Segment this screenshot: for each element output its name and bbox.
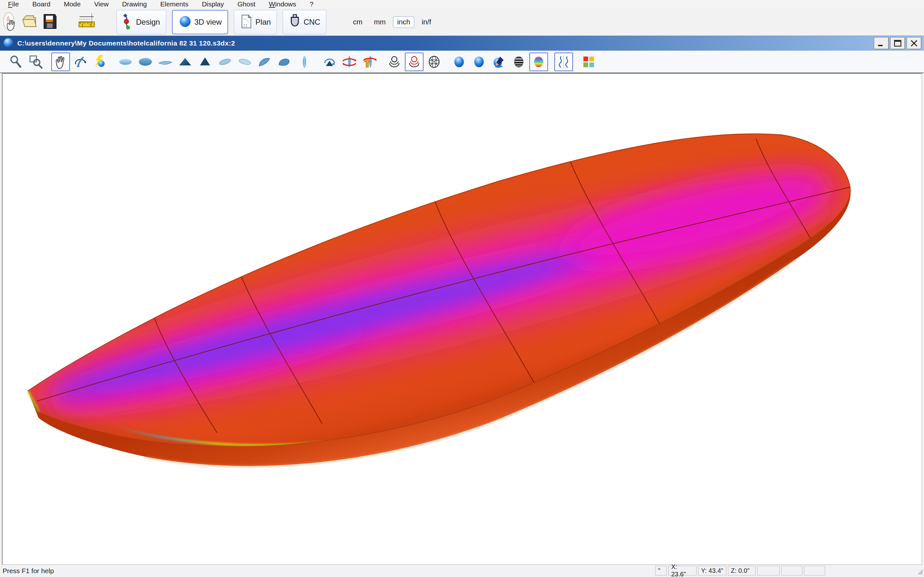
statusbar: Press F1 for help " X: 23.6" Y: 43.4" Z:…	[0, 565, 924, 577]
unit-inf-button[interactable]: in/f	[417, 16, 435, 28]
rotate-3d-button[interactable]	[71, 53, 90, 71]
rotate-flip-vertical-button[interactable]	[320, 53, 339, 71]
plan-mode-button[interactable]: Plan	[234, 10, 277, 34]
status-empty-panel	[804, 566, 825, 575]
document-titlebar: C:\users\dennery\My Documents\hotelcalif…	[0, 36, 924, 51]
view-profile-right-button[interactable]	[236, 53, 254, 71]
view-thickness-button[interactable]	[176, 53, 194, 71]
curvature-profile-button[interactable]	[554, 53, 573, 71]
view-rocker-button[interactable]	[156, 53, 174, 71]
status-unit-panel: "	[655, 566, 667, 575]
view-outline-filled-button[interactable]	[136, 53, 155, 71]
plan-document-icon	[240, 14, 253, 31]
3d-view-mode-label: 3D view	[194, 18, 222, 27]
status-x-panel: X: 23.6"	[668, 566, 696, 575]
unit-cm-button[interactable]: cm	[349, 16, 367, 28]
status-z-panel: Z: 0.0"	[728, 566, 756, 575]
unit-inch-button[interactable]: inch	[393, 16, 414, 28]
view-slice-curve-button[interactable]	[255, 53, 274, 71]
view-slice-blob-button[interactable]	[275, 53, 294, 71]
menu-view[interactable]: View	[87, 0, 115, 8]
zoom-region-button[interactable]	[26, 53, 45, 71]
open-folder-icon	[21, 13, 39, 32]
save-disk-icon	[41, 13, 58, 32]
render-curvature-rainbow-button[interactable]	[529, 53, 548, 71]
new-board-button[interactable]	[0, 10, 20, 34]
view-outline-button[interactable]	[116, 53, 135, 71]
save-button[interactable]	[40, 10, 60, 34]
document-sphere-icon	[3, 37, 14, 50]
measurements-button[interactable]: 1 0	[78, 10, 97, 34]
menubar: File Board Mode View Drawing Elements Di…	[0, 0, 924, 8]
status-empty-panel	[781, 566, 803, 575]
surfboard-3d-render	[3, 74, 921, 564]
render-smooth-button[interactable]	[470, 53, 488, 71]
zoom-button[interactable]	[6, 53, 25, 71]
render-zebra-button[interactable]	[509, 53, 528, 71]
color-panels-button[interactable]	[580, 53, 598, 71]
view-toolbar	[0, 51, 924, 73]
cnc-bit-icon	[289, 13, 301, 31]
view-profile-left-button[interactable]	[216, 53, 234, 71]
menu-help[interactable]: ?	[303, 0, 320, 8]
translate-vertical-button[interactable]	[360, 53, 379, 71]
status-y-panel: Y: 43.4"	[698, 566, 726, 575]
board-hand-icon	[1, 11, 19, 33]
cnc-mode-button[interactable]: CNC	[283, 10, 326, 34]
render-edit-button[interactable]	[489, 53, 508, 71]
view-front-button[interactable]	[295, 53, 314, 71]
app-window: File Board Mode View Drawing Elements Di…	[0, 0, 924, 577]
menu-drawing[interactable]: Drawing	[115, 0, 153, 8]
close-button[interactable]	[907, 37, 921, 49]
design-mode-button[interactable]: Design	[116, 10, 166, 34]
cnc-mode-label: CNC	[304, 18, 320, 27]
3d-view-mode-button[interactable]: 3D view	[172, 10, 228, 34]
plan-mode-label: Plan	[255, 18, 271, 27]
ruler-icon: 1 0	[78, 12, 97, 32]
open-button[interactable]	[20, 10, 40, 34]
resize-grip[interactable]	[917, 569, 923, 576]
main-toolbar: 1 0 Design	[0, 8, 924, 36]
document-title: C:\users\dennery\My Documents\hotelcalif…	[17, 39, 872, 47]
light-button[interactable]	[91, 53, 110, 71]
maximize-button[interactable]	[890, 37, 905, 49]
view-thickness-dark-button[interactable]	[196, 53, 214, 71]
unit-mm-button[interactable]: mm	[370, 16, 390, 28]
menu-board[interactable]: Board	[26, 0, 57, 8]
menu-display[interactable]: Display	[195, 0, 231, 8]
slices-rings-red-button[interactable]	[405, 53, 423, 71]
slices-rings-button[interactable]	[385, 53, 404, 71]
unit-switcher: cm mm inch in/f	[349, 16, 435, 28]
menu-elements[interactable]: Elements	[153, 0, 195, 8]
minimize-button[interactable]	[874, 37, 889, 49]
svg-text:1: 1	[81, 23, 83, 27]
menu-file[interactable]: File	[1, 0, 26, 8]
svg-text:0: 0	[90, 23, 92, 27]
menu-windows[interactable]: Windows	[262, 0, 303, 8]
status-coordinate-panels: " X: 23.6" Y: 43.4" Z: 0.0"	[655, 566, 825, 575]
menu-mode[interactable]: Mode	[57, 0, 87, 8]
design-curve-icon	[123, 13, 134, 31]
render-flat-button[interactable]	[450, 53, 468, 71]
pan-button[interactable]	[51, 53, 70, 71]
status-help-text: Press F1 for help	[3, 567, 54, 575]
rotate-horizontal-button[interactable]	[340, 53, 359, 71]
viewport-3d-canvas[interactable]	[2, 73, 922, 565]
status-empty-panel	[757, 566, 780, 575]
sphere-3d-icon	[178, 15, 192, 29]
wireframe-sphere-button[interactable]	[425, 53, 443, 71]
design-mode-label: Design	[136, 18, 160, 27]
menu-ghost[interactable]: Ghost	[231, 0, 262, 8]
